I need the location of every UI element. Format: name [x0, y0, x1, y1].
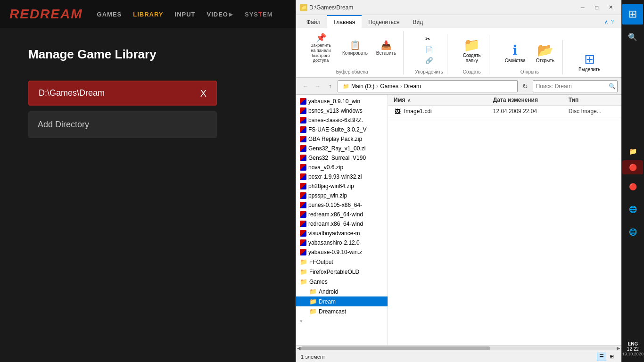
taskbar-btn-4[interactable]: 🌐 — [622, 199, 643, 220]
search-taskbar-btn[interactable]: 🔍 — [622, 26, 643, 47]
tab-home[interactable]: Главная — [327, 15, 362, 28]
forward-button[interactable]: → — [312, 81, 323, 92]
sort-arrow: ∧ — [407, 98, 411, 103]
tree-item-gens32ray[interactable]: Gens32_Ray_v1_00.zi — [296, 144, 388, 153]
tab-file[interactable]: Файл — [300, 15, 327, 28]
select-all-button[interactable]: ⊞ Выделить — [574, 49, 604, 74]
tab-share[interactable]: Поделиться — [362, 15, 406, 28]
breadcrumb-main[interactable]: Main (D:) — [350, 83, 375, 90]
scroll-right-btn[interactable]: ▶ — [617, 346, 620, 351]
ribbon-group-create: 📁 Создатьпапку Создать — [455, 35, 489, 74]
new-folder-button[interactable]: 📁 Создатьпапку — [459, 35, 485, 66]
back-button[interactable]: ← — [300, 81, 311, 92]
tree-item-yabause[interactable]: yabause_0.9.10_win — [296, 97, 388, 106]
tree-item-fsuae[interactable]: FS-UAE-Suite_3.0.2_V — [296, 125, 388, 134]
tree-item-bsnes1[interactable]: bsnes_v113-windows — [296, 106, 388, 115]
tree-item-android[interactable]: 📁 Android — [296, 287, 388, 296]
breadcrumb-dream[interactable]: Dream — [403, 83, 422, 90]
horizontal-scrollbar[interactable]: ◀ ▶ — [296, 345, 621, 351]
directory-path: D:\Games\Dream — [39, 88, 105, 98]
taskbar-btn-3[interactable]: 🔴 — [622, 176, 643, 197]
ribbon-content: 📌 Закрепить на панели быстрого доступа 📋… — [296, 28, 621, 78]
ribbon-tabs: Файл Главная Поделиться Вид ∧ ? — [296, 15, 621, 28]
file-icon: 🖼 — [394, 107, 401, 115]
tree-item-dreamcast[interactable]: 📁 Dreamcast — [296, 306, 388, 316]
taskbar-redream-btn[interactable]: 🔴 — [622, 160, 643, 174]
breadcrumb-games[interactable]: Games — [379, 83, 399, 90]
open-button[interactable]: 📂 Открыть — [532, 40, 559, 66]
details-view-btn[interactable]: ☰ — [597, 353, 606, 361]
taskbar-app-btn[interactable]: 📁 — [622, 144, 643, 158]
nav-system[interactable]: SYSTEM — [245, 11, 272, 18]
refresh-button[interactable]: ↻ — [520, 81, 531, 92]
pin-button[interactable]: 📌 Закрепить на панели быстрого доступа — [305, 31, 337, 66]
search-input[interactable] — [536, 83, 607, 90]
nav-library[interactable]: LIBRARY — [133, 11, 163, 18]
tree-item-bsnes2[interactable]: bsnes-classic-6xBRZ. — [296, 115, 388, 125]
large-icons-view-btn[interactable]: ⊞ — [607, 353, 617, 361]
tree-item-yabasanshiro[interactable]: yabasanshiro-2.12.0- — [296, 238, 388, 247]
folder-icon: 📁 — [309, 298, 317, 305]
tree-item-ppsspp[interactable]: ppsspp_win.zip — [296, 191, 388, 200]
up-button[interactable]: ↑ — [324, 81, 336, 92]
tree-item-ffoutput[interactable]: 📁 FFOutput — [296, 257, 388, 267]
select-all-icon: ⊞ — [584, 51, 595, 67]
tree-item-vba[interactable]: visualboyadvance-m — [296, 229, 388, 238]
tree-item-games[interactable]: 📁 Games — [296, 277, 388, 287]
nav-games[interactable]: GAMES — [97, 11, 122, 18]
tree-item-yabause2[interactable]: yabause-0.9.10-win.z — [296, 247, 388, 257]
date: 19.10.2020 — [622, 352, 644, 356]
tree-item-pcsxr[interactable]: pcsxr-1.9.93-win32.zi — [296, 172, 388, 181]
paste-shortcut-icon: 🔗 — [425, 57, 433, 64]
tree-item-firefox[interactable]: 📁 FirefoxPortableOLD — [296, 267, 388, 277]
add-directory-button[interactable]: Add Directory — [28, 111, 217, 138]
file-icon — [300, 183, 306, 189]
paste-button[interactable]: 📥 Вставить — [373, 39, 399, 58]
paste-shortcut-button[interactable]: 🔗 — [423, 56, 436, 66]
col-header-date[interactable]: Дата изменения — [493, 97, 569, 103]
col-header-type[interactable]: Тип — [569, 97, 616, 103]
tree-item-redream2[interactable]: redream.x86_64-wind — [296, 219, 388, 229]
ribbon-group-open: ℹ Свойства 📂 Открыть Открыть — [497, 40, 563, 74]
close-button[interactable]: ✕ — [604, 3, 618, 12]
cut-icon: ✂ — [425, 35, 430, 42]
tree-item-dream[interactable]: 📁 Dream — [296, 296, 388, 306]
remove-directory-button[interactable]: X — [200, 89, 206, 98]
status-bar: 1 элемент ☰ ⊞ — [296, 351, 621, 362]
col-header-name[interactable]: Имя ∧ — [394, 97, 493, 103]
start-button[interactable]: ⊞ — [622, 4, 643, 25]
breadcrumb-bar[interactable]: 📁 Main (D:) › Games › Dream — [338, 80, 518, 92]
folder-icon: 📁 — [300, 4, 307, 11]
cut-button[interactable]: ✂ — [423, 34, 436, 44]
ribbon-group-clipboard: 📌 Закрепить на панели быстрого доступа 📋… — [301, 31, 404, 74]
copy-button[interactable]: 📋 Копировать — [339, 39, 371, 58]
tab-view[interactable]: Вид — [406, 15, 429, 28]
table-row[interactable]: 🖼 Image1.cdi 12.04.2009 22:04 Disc Image… — [388, 106, 621, 117]
tree-item-redream1[interactable]: redream.x86_64-wind — [296, 210, 388, 219]
address-bar: ← → ↑ 📁 Main (D:) › Games › Dream ↻ 🔍 — [296, 78, 621, 95]
search-bar[interactable]: 🔍 — [533, 80, 618, 92]
ribbon-group-select: ⊞ Выделить — [570, 49, 608, 74]
scroll-left-btn[interactable]: ◀ — [297, 346, 301, 351]
tree-item-gens32surreal[interactable]: Gens32_Surreal_V190 — [296, 153, 388, 163]
file-icon — [300, 117, 306, 123]
collapse-ribbon-btn[interactable]: ∧ — [604, 19, 608, 25]
taskbar-btn-5[interactable]: 🌐 — [622, 222, 643, 242]
breadcrumb-computer[interactable]: 📁 — [342, 83, 350, 90]
nav-video[interactable]: VIDEO ▶ — [207, 11, 233, 18]
tree-item-punes[interactable]: punes-0.105-x86_64- — [296, 200, 388, 210]
copy-path-icon: 📄 — [425, 46, 433, 53]
help-btn[interactable]: ? — [611, 19, 614, 25]
tree-item-gba[interactable]: GBA Replay Pack.zip — [296, 134, 388, 144]
copy-path-button[interactable]: 📄 — [423, 45, 436, 55]
tree-item-nova[interactable]: nova_v0.6.zip — [296, 163, 388, 172]
file-icon — [300, 164, 306, 171]
nav-input[interactable]: INPUT — [175, 11, 196, 18]
clipboard-buttons: 📌 Закрепить на панели быстрого доступа 📋… — [305, 31, 399, 66]
file-icon — [300, 239, 306, 246]
properties-button[interactable]: ℹ Свойства — [501, 40, 530, 66]
page-title: Manage Game Library — [28, 47, 267, 62]
tree-item-ph28jag[interactable]: ph28jag-win64.zip — [296, 181, 388, 191]
maximize-button[interactable]: □ — [590, 3, 603, 12]
minimize-button[interactable]: ─ — [576, 3, 589, 12]
